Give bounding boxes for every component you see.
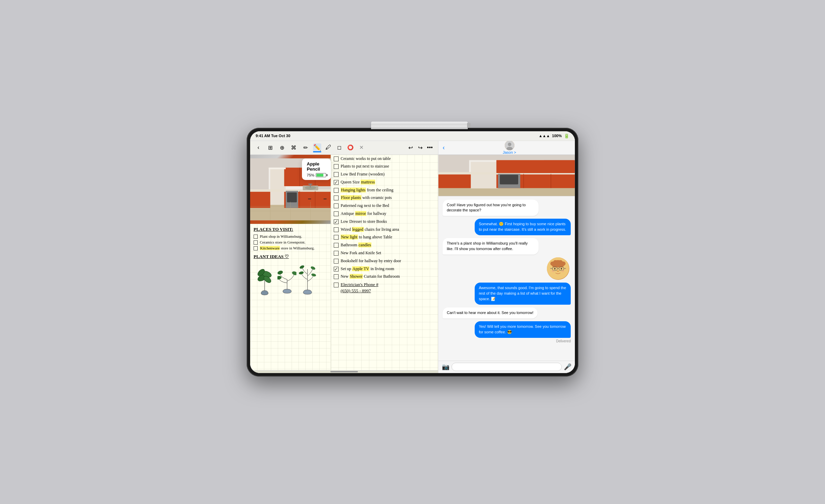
add-note-icon[interactable]: ⊕ (278, 143, 286, 152)
share-icon[interactable]: ✏ (301, 143, 310, 152)
eraser-tool[interactable]: ◻ (335, 143, 343, 152)
notes-side: ‹ ⊞ ⊕ ⌘ ✏ ✏️ (250, 141, 438, 373)
plant-sketch-1 (254, 262, 276, 297)
checkbox[interactable] (334, 196, 339, 200)
close-tool[interactable]: ✕ (357, 143, 366, 152)
list-item: Low Bed Frame (wooden) (331, 170, 438, 178)
pencil-tool[interactable]: ✏️ (313, 143, 321, 152)
checkbox[interactable] (334, 235, 339, 240)
item-text: Queen Size mattress (341, 179, 375, 185)
svg-rect-3 (270, 169, 286, 205)
delivered-label: Delivered (443, 339, 571, 343)
svg-rect-14 (323, 198, 326, 199)
svg-rect-5 (250, 191, 270, 208)
checkbox[interactable] (334, 227, 339, 232)
list-item: Bookshelf for hallway by entry door (331, 257, 438, 265)
plant-ideas-title: PLANT IDEAS ♡ (254, 254, 327, 259)
place-item-1: Plant shop in Williamsburg. (254, 234, 327, 239)
place-item-2: Ceramics store in Greenpoint. (254, 240, 327, 245)
message-received-3: Can't wait to hear more about it. See yo… (443, 307, 538, 318)
lasso-icon[interactable]: ⌘ (290, 143, 298, 152)
camera-icon[interactable]: 📷 (442, 363, 449, 371)
checkbox[interactable] (334, 274, 339, 279)
checkbox[interactable] (334, 259, 339, 264)
status-bar: 9:41 AM Tue Oct 30 ▲▲▲ 100% 🔋 (250, 131, 575, 141)
messages-back-button[interactable]: ‹ (443, 144, 445, 151)
place-text-2: Ceramics store in Greenpoint. (260, 240, 305, 244)
list-item: New light to hang above Table (331, 233, 438, 241)
more-options-button[interactable]: ••• (426, 143, 434, 152)
item-text: Bathroom candles (341, 242, 371, 248)
item-text: New light to hang above Table (341, 234, 392, 240)
redo-button[interactable]: ↪ (416, 143, 424, 152)
contact-avatar[interactable] (505, 141, 514, 151)
messages-side: ‹ Jason > (438, 141, 575, 373)
checkbox-1[interactable] (254, 235, 258, 239)
svg-rect-51 (496, 160, 575, 173)
checkbox-checked[interactable] (334, 219, 339, 224)
svg-rect-55 (500, 175, 518, 184)
checkbox[interactable] (334, 251, 339, 256)
contact-name[interactable]: Jason > (503, 150, 516, 154)
list-item: Floor plants with ceramic pots (331, 194, 438, 202)
checkbox[interactable] (334, 172, 339, 177)
messages-content: Cool! Have you figured out how you're go… (438, 196, 575, 361)
checkbox-checked[interactable] (334, 180, 339, 185)
message-input[interactable] (452, 363, 562, 371)
item-text: Antique mirror for hallway (341, 211, 386, 217)
drawing-tools: ✏️ Apple Pencil 75% (313, 143, 366, 152)
svg-rect-21 (269, 168, 286, 169)
send-icon[interactable]: 🎤 (564, 363, 571, 371)
left-panel-content: PLACES TO VISIT: Plant shop in Williamsb… (250, 224, 331, 370)
checkbox[interactable] (334, 156, 339, 161)
back-button[interactable]: ‹ (254, 143, 263, 152)
apple-pencil (371, 122, 468, 129)
message-sent-2: Awesome, that sounds good. I'm going to … (475, 283, 571, 305)
checkbox[interactable] (334, 203, 339, 208)
status-right: ▲▲▲ 100% 🔋 (539, 133, 569, 139)
notes-scrollbar[interactable] (250, 370, 438, 373)
checkbox[interactable] (334, 164, 339, 169)
item-text: Floor plants with ceramic pots (341, 195, 392, 201)
svg-point-61 (553, 260, 557, 264)
item-text: Bookshelf for hallway by entry door (341, 258, 401, 264)
checkbox-2[interactable] (254, 240, 258, 245)
marker-tool[interactable]: 🖊 (324, 143, 332, 152)
list-item: Plants to put next to staircase (331, 162, 438, 170)
checkbox-3[interactable] (254, 246, 258, 250)
svg-point-69 (561, 268, 562, 269)
messages-toolbar: ‹ Jason > (438, 141, 575, 155)
svg-point-38 (310, 266, 316, 270)
messages-input-bar: 📷 🎤 (438, 361, 575, 373)
plant-sketch-3 (298, 262, 317, 297)
svg-point-62 (559, 260, 562, 264)
list-item: Wired legged chairs for living area (331, 226, 438, 234)
list-item: Bathroom candles (331, 241, 438, 249)
notes-left-panel: PLACES TO VISIT: Plant shop in Williamsb… (250, 155, 331, 370)
item-text: New Shower Curtain for Bathroom (341, 274, 400, 279)
checkbox-checked[interactable] (334, 267, 339, 272)
content-area: ‹ ⊞ ⊕ ⌘ ✏ ✏️ (250, 141, 575, 373)
place-text-3: Kitchenware store in Williamsburg. (260, 246, 315, 250)
message-sent-1: Somewhat. 🙂 First hoping to buy some nic… (475, 219, 571, 235)
memoji-face-svg (547, 257, 569, 280)
plant-sketch-2 (277, 262, 296, 297)
msg-text: Can't wait to hear more about it. See yo… (447, 311, 533, 315)
checkbox[interactable] (334, 211, 339, 216)
memoji-sticker (547, 257, 569, 280)
undo-button[interactable]: ↩ (406, 143, 415, 152)
svg-point-39 (298, 271, 304, 275)
chat-kitchen-svg (438, 155, 575, 196)
notes-content: PLACES TO VISIT: Plant shop in Williamsb… (250, 155, 438, 370)
list-item: New Fork and Knife Set (331, 249, 438, 257)
checkbox[interactable] (334, 188, 339, 193)
lasso-select-tool[interactable]: ⭕ (346, 143, 354, 152)
item-text: Set up Apple TV in living room (341, 266, 394, 272)
pencil-popup-title: Apple Pencil (307, 161, 326, 172)
battery-icon: 🔋 (564, 133, 569, 139)
checkbox[interactable] (334, 283, 339, 287)
svg-rect-20 (308, 183, 312, 184)
grid-view-icon[interactable]: ⊞ (266, 143, 274, 152)
checkbox[interactable] (334, 243, 339, 248)
item-text: Low Dresser to store Books (341, 219, 387, 225)
